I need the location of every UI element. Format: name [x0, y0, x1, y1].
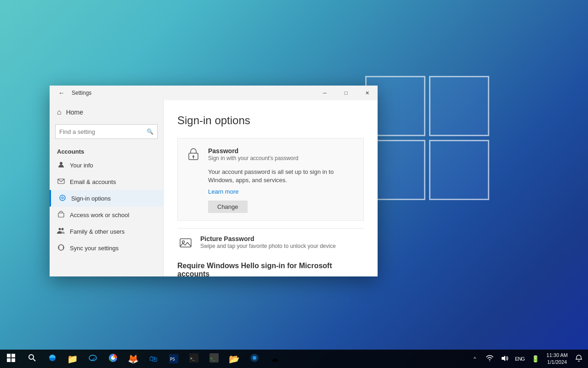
svg-text:>_: >_ [190, 356, 195, 361]
folder-icon: 📁 [67, 354, 78, 364]
svg-rect-18 [7, 358, 11, 362]
sync-icon [57, 244, 65, 253]
work-icon [57, 211, 65, 219]
change-button[interactable]: Change [208, 201, 248, 213]
onedrive-icon: ☁ [271, 354, 279, 364]
taskbar-powershell[interactable]: PS [164, 350, 184, 368]
svg-point-10 [62, 228, 64, 230]
svg-rect-14 [180, 239, 191, 247]
show-hidden-button[interactable]: ^ [468, 350, 482, 368]
start-button[interactable] [0, 350, 22, 368]
battery-icon: 🔋 [531, 355, 539, 362]
notification-icon [576, 355, 582, 363]
svg-text:>_: >_ [210, 356, 215, 361]
sidebar-section-accounts: Accounts [50, 143, 163, 157]
svg-point-20 [29, 355, 34, 359]
page-title: Sign-in options [177, 114, 364, 127]
keyboard-icon: ENG [515, 356, 525, 362]
folder2-icon: 📂 [229, 354, 240, 364]
sidebar-item-your-info[interactable]: Your info [50, 157, 163, 173]
back-button[interactable]: ← [55, 86, 68, 99]
svg-rect-19 [11, 358, 15, 362]
terminal-icon: >_ [209, 353, 219, 365]
sidebar-item-label: Sync your settings [70, 245, 119, 252]
cmd-icon: >_ [189, 353, 198, 365]
keyboard-icon-tray[interactable]: ENG [512, 350, 528, 368]
svg-marker-33 [502, 356, 505, 361]
date-display: 1/1/2024 [547, 359, 567, 366]
sidebar-item-label: Sign-in options [71, 195, 111, 202]
taskbar-firefox[interactable]: 🦊 [123, 350, 143, 368]
search-input[interactable] [59, 128, 147, 135]
settings-window: ← Settings ─ □ ✕ ⌂ Home 🔍 Accounts [50, 86, 378, 276]
taskbar-edge-2[interactable] [83, 350, 103, 368]
password-title: Password [208, 147, 356, 155]
taskbar-terminal[interactable]: >_ [204, 350, 224, 368]
edge2-icon [88, 353, 97, 365]
firefox-icon: 🦊 [128, 354, 139, 364]
sidebar: ⌂ Home 🔍 Accounts Your info Email & acco… [50, 100, 164, 276]
notification-button[interactable] [571, 350, 586, 368]
search-box[interactable]: 🔍 [55, 124, 158, 139]
sidebar-item-email[interactable]: Email & accounts [50, 173, 163, 190]
network-icon-tray[interactable] [482, 350, 497, 368]
search-icon: 🔍 [147, 128, 153, 135]
sidebar-item-signin[interactable]: Sign-in options [50, 190, 163, 207]
hello-title: Require Windows Hello sign-in for Micros… [177, 262, 364, 276]
signin-icon [58, 194, 67, 203]
taskbar-store[interactable]: 🛍 [143, 350, 164, 368]
taskbar-file-explorer[interactable]: 📁 [62, 350, 83, 368]
maximize-button[interactable]: □ [335, 86, 356, 100]
password-icon [185, 146, 202, 162]
edge-icon [48, 353, 57, 365]
taskbar-edge[interactable] [42, 350, 62, 368]
start-icon [7, 354, 15, 364]
store-icon: 🛍 [149, 354, 158, 364]
taskbar-search-icon [28, 354, 36, 364]
taskbar-file2[interactable]: 📂 [224, 350, 244, 368]
powershell-icon: PS [169, 354, 178, 363]
minimize-button[interactable]: ─ [314, 86, 335, 100]
picture-password-row: Picture Password Swipe and tap your favo… [177, 228, 364, 258]
close-button[interactable]: ✕ [356, 86, 378, 100]
password-card: Password Sign in with your account's pas… [177, 138, 364, 221]
main-content: Sign-in options Password Sign in [164, 100, 378, 276]
svg-text:PS: PS [170, 357, 175, 362]
home-label: Home [66, 109, 83, 116]
sidebar-home[interactable]: ⌂ Home [50, 104, 163, 121]
svg-point-0 [60, 162, 62, 165]
chrome-icon [108, 353, 118, 365]
taskbar-search[interactable] [22, 350, 42, 368]
sidebar-item-sync[interactable]: Sync your settings [50, 240, 163, 256]
cortana-icon [250, 353, 259, 365]
svg-point-15 [182, 241, 185, 243]
taskbar-onedrive[interactable]: ☁ [265, 350, 285, 368]
svg-point-32 [253, 356, 256, 360]
sidebar-item-work[interactable]: Access work or school [50, 207, 163, 223]
sidebar-item-family[interactable]: Family & other users [50, 223, 163, 240]
back-icon: ← [58, 89, 65, 97]
picture-password-title: Picture Password [200, 235, 336, 242]
home-icon: ⌂ [57, 108, 62, 116]
svg-point-3 [62, 197, 63, 199]
sidebar-item-label: Access work or school [70, 212, 129, 218]
svg-rect-16 [7, 354, 11, 357]
picture-password-subtitle: Swipe and tap your favorite photo to unl… [200, 243, 336, 249]
time-display: 11:30 AM [547, 352, 568, 359]
svg-rect-17 [11, 354, 15, 357]
taskbar: 📁 🦊 🛍 [0, 350, 588, 368]
learn-more-link[interactable]: Learn more [208, 188, 356, 195]
clock[interactable]: 11:30 AM 1/1/2024 [543, 350, 571, 368]
taskbar-cmd[interactable]: >_ [184, 350, 204, 368]
taskbar-cortana[interactable] [244, 350, 265, 368]
battery-icon-tray[interactable]: 🔋 [528, 350, 543, 368]
title-bar: ← Settings ─ □ ✕ [50, 86, 378, 100]
volume-icon-tray[interactable] [497, 350, 512, 368]
picture-password-icon [177, 235, 194, 252]
taskbar-chrome[interactable] [103, 350, 123, 368]
volume-icon [501, 355, 508, 363]
hello-section: Require Windows Hello sign-in for Micros… [177, 262, 364, 276]
password-subtitle: Sign in with your account's password [208, 155, 356, 161]
svg-point-9 [59, 228, 61, 230]
sidebar-item-label: Email & accounts [70, 178, 116, 185]
